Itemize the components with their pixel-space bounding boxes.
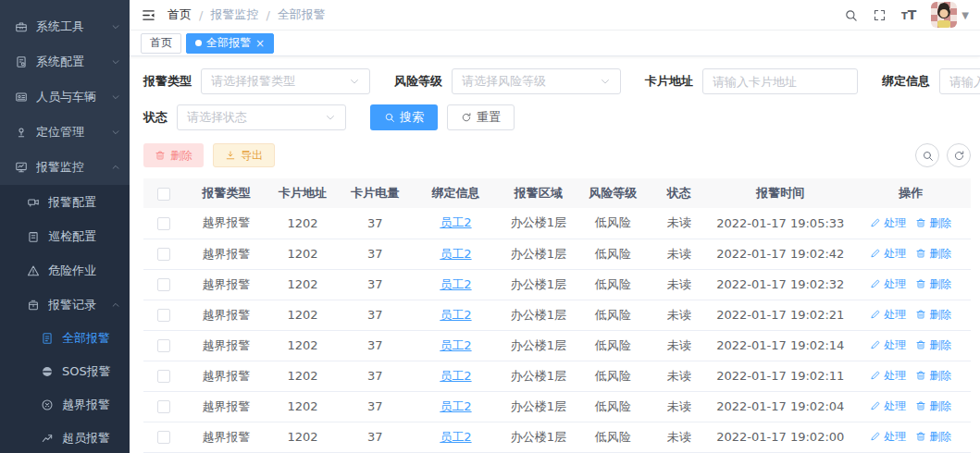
sidebar-item-location-mgmt[interactable]: 定位管理 bbox=[0, 115, 130, 150]
sidebar-item-boundary-alarms[interactable]: 越界报警 bbox=[0, 388, 130, 422]
delete-link[interactable]: 删除 bbox=[915, 337, 951, 353]
user-menu[interactable]: ▼ bbox=[931, 2, 969, 28]
sidebar-item-alarm-monitor[interactable]: 报警监控 bbox=[0, 150, 130, 185]
delete-link[interactable]: 删除 bbox=[915, 246, 951, 262]
handle-link[interactable]: 处理 bbox=[870, 215, 906, 231]
risk-level-select[interactable]: 请选择风险等级 bbox=[452, 68, 621, 94]
row-checkbox[interactable] bbox=[157, 400, 170, 413]
breadcrumb-item[interactable]: 全部报警 bbox=[278, 6, 326, 23]
handle-link[interactable]: 处理 bbox=[870, 429, 906, 445]
search-button[interactable]: 搜索 bbox=[370, 104, 438, 130]
handle-link-label: 处理 bbox=[884, 276, 906, 292]
chevron-down-icon bbox=[349, 76, 360, 87]
delete-link[interactable]: 删除 bbox=[915, 307, 951, 323]
handle-link[interactable]: 处理 bbox=[870, 246, 906, 262]
refresh-table-button[interactable] bbox=[947, 143, 971, 167]
bind-entity-link[interactable]: 员工2 bbox=[440, 308, 471, 322]
delete-link[interactable]: 删除 bbox=[915, 276, 951, 292]
handle-link-label: 处理 bbox=[884, 429, 906, 445]
row-checkbox[interactable] bbox=[157, 248, 170, 261]
sidebar-item-overcount-alarms[interactable]: 超员报警 bbox=[0, 422, 130, 453]
column-header: 报警区域 bbox=[499, 178, 577, 208]
row-checkbox[interactable] bbox=[157, 370, 170, 383]
edit-icon bbox=[870, 248, 881, 259]
alarm-type-select[interactable]: 请选择报警类型 bbox=[201, 68, 370, 94]
row-checkbox[interactable] bbox=[157, 278, 170, 291]
type-cell: 越界报警 bbox=[185, 300, 267, 330]
search-icon[interactable] bbox=[844, 8, 858, 22]
delete-link[interactable]: 删除 bbox=[915, 215, 951, 231]
bind-entity-link[interactable]: 员工2 bbox=[440, 247, 471, 261]
fullscreen-icon[interactable] bbox=[873, 8, 887, 22]
delete-button[interactable]: 删除 bbox=[143, 143, 204, 167]
table-toolbar-right bbox=[915, 143, 971, 167]
sidebar-item-label: 超员报警 bbox=[62, 430, 120, 447]
time-cell: 2022-01-17 19:05:33 bbox=[710, 208, 850, 239]
toggle-search-button[interactable] bbox=[915, 143, 939, 167]
area-cell: 办公楼1层 bbox=[499, 208, 577, 239]
collapse-icon bbox=[141, 7, 156, 23]
bind-entity-link[interactable]: 员工2 bbox=[440, 369, 471, 383]
filter-label: 风险等级 bbox=[394, 73, 442, 90]
trash-icon bbox=[915, 278, 926, 289]
delete-link[interactable]: 删除 bbox=[915, 368, 951, 384]
row-checkbox[interactable] bbox=[157, 309, 170, 322]
delete-link[interactable]: 删除 bbox=[915, 398, 951, 414]
bind-entity-link[interactable]: 员工2 bbox=[440, 430, 471, 444]
sidebar-item-dangerous-work[interactable]: 危险作业 bbox=[0, 253, 130, 288]
sidebar-collapse-icon[interactable] bbox=[141, 7, 156, 23]
sidebar-item-label: 越界报警 bbox=[62, 397, 120, 413]
handle-link[interactable]: 处理 bbox=[870, 307, 906, 323]
bind-entity-link[interactable]: 员工2 bbox=[440, 277, 471, 291]
delete-link[interactable]: 删除 bbox=[915, 429, 951, 445]
edit-icon bbox=[870, 370, 881, 381]
delete-link-label: 删除 bbox=[929, 215, 951, 231]
handle-link[interactable]: 处理 bbox=[870, 276, 906, 292]
sidebar-item-sos-alarms[interactable]: SOS报警 bbox=[0, 355, 130, 388]
select-all-checkbox[interactable] bbox=[157, 188, 170, 201]
sidebar-item-system-tools[interactable]: 系统工具 bbox=[0, 9, 130, 44]
tab-全部报警[interactable]: 全部报警× bbox=[186, 33, 274, 54]
sidebar-item-alarm-config[interactable]: 报警配置 bbox=[0, 185, 130, 219]
row-checkbox[interactable] bbox=[157, 431, 170, 444]
bind-entity-link[interactable]: 员工2 bbox=[440, 399, 471, 413]
status-select[interactable]: 请选择状态 bbox=[177, 104, 346, 130]
card-address-field[interactable] bbox=[703, 69, 857, 93]
row-checkbox[interactable] bbox=[157, 339, 170, 352]
type-cell: 越界报警 bbox=[185, 361, 267, 391]
export-button[interactable]: 导出 bbox=[213, 143, 275, 167]
trash-icon bbox=[155, 150, 166, 161]
breadcrumb-item[interactable]: 首页 bbox=[167, 6, 192, 23]
tab-close-icon[interactable]: × bbox=[255, 38, 265, 49]
sidebar-item-personnel-vehicles[interactable]: 人员与车辆 bbox=[0, 80, 130, 115]
handle-link[interactable]: 处理 bbox=[870, 337, 906, 353]
breadcrumb-item[interactable]: 报警监控 bbox=[210, 6, 258, 23]
edit-icon bbox=[870, 400, 881, 411]
bind-entity-link[interactable]: 员工2 bbox=[440, 215, 471, 229]
card_battery-cell: 37 bbox=[338, 422, 412, 452]
sidebar-item-label: 系统工具 bbox=[36, 18, 109, 35]
bind-entity-link[interactable]: 员工2 bbox=[440, 338, 471, 352]
breadcrumb-separator: / bbox=[266, 8, 269, 22]
reset-button[interactable]: 重置 bbox=[447, 104, 515, 130]
font-size-icon[interactable]: TT bbox=[901, 7, 916, 22]
bind-info-field[interactable] bbox=[940, 69, 980, 93]
bind-cell: 员工2 bbox=[413, 239, 500, 269]
sidebar-item-all-alarms[interactable]: 全部报警 bbox=[0, 322, 130, 355]
fullscreen-icon bbox=[873, 8, 887, 22]
ops-cell: 处理删除 bbox=[850, 422, 971, 452]
search-button-label: 搜索 bbox=[400, 109, 424, 126]
handle-link[interactable]: 处理 bbox=[870, 398, 906, 414]
handle-link[interactable]: 处理 bbox=[870, 368, 906, 384]
delete-link-label: 删除 bbox=[929, 429, 951, 445]
sidebar-item-label: SOS报警 bbox=[62, 363, 120, 380]
tab-首页[interactable]: 首页 bbox=[141, 33, 181, 54]
row-checkbox[interactable] bbox=[157, 217, 170, 230]
type-cell: 越界报警 bbox=[185, 239, 267, 269]
sidebar-item-alarm-records[interactable]: 报警记录 bbox=[0, 288, 130, 322]
sidebar-item-system-config[interactable]: 系统配置 bbox=[0, 44, 130, 80]
filter-label: 状态 bbox=[143, 109, 167, 126]
location-icon bbox=[15, 126, 28, 139]
card_battery-cell: 37 bbox=[338, 361, 412, 391]
sidebar-item-inspection-config[interactable]: 巡检配置 bbox=[0, 219, 130, 253]
